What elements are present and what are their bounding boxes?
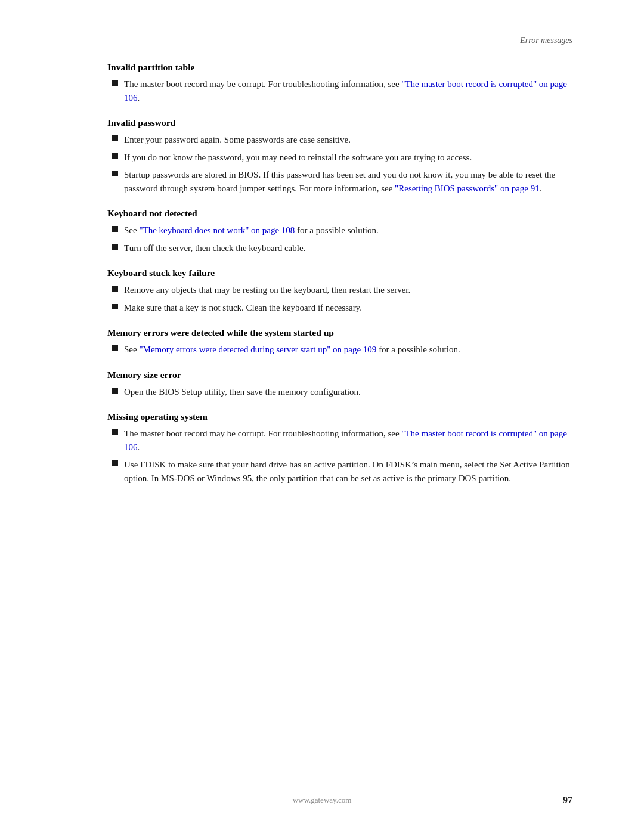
inline-link[interactable]: "The keyboard does not work" on page 108 [139,225,295,235]
bullet-list-keyboard-stuck-key-failure: Remove any objects that may be resting o… [107,283,572,314]
section-title-invalid-partition-table: Invalid partition table [107,62,572,73]
list-item: The master boot record may be corrupt. F… [107,427,572,454]
page: Error messages Invalid partition tableTh… [0,0,644,833]
footer-url: www.gateway.com [293,795,352,805]
bullet-square-icon [112,429,118,435]
inline-link[interactable]: "The master boot record is corrupted" on… [124,79,567,103]
bullet-text: Use FDISK to make sure that your hard dr… [124,458,572,485]
section-title-keyboard-stuck-key-failure: Keyboard stuck key failure [107,268,572,278]
bullet-text: Startup passwords are stored in BIOS. If… [124,168,572,195]
bullet-square-icon [112,135,118,141]
list-item: Remove any objects that may be resting o… [107,283,572,297]
section-missing-operating-system: Missing operating systemThe master boot … [107,411,572,485]
list-item: Open the BIOS Setup utility, then save t… [107,385,572,399]
section-keyboard-not-detected: Keyboard not detectedSee "The keyboard d… [107,208,572,255]
bullet-list-memory-size-error: Open the BIOS Setup utility, then save t… [107,385,572,399]
list-item: Make sure that a key is not stuck. Clean… [107,301,572,315]
section-memory-errors-detected: Memory errors were detected while the sy… [107,327,572,357]
bullet-text: Open the BIOS Setup utility, then save t… [124,385,572,399]
bullet-square-icon [112,226,118,232]
section-memory-size-error: Memory size errorOpen the BIOS Setup uti… [107,370,572,399]
list-item: Use FDISK to make sure that your hard dr… [107,458,572,485]
bullet-square-icon [112,388,118,394]
bullet-text: See "Memory errors were detected during … [124,343,572,357]
section-title-invalid-password: Invalid password [107,117,572,128]
section-title-keyboard-not-detected: Keyboard not detected [107,208,572,219]
footer-page-number: 97 [563,795,572,806]
bullet-square-icon [112,345,118,351]
section-keyboard-stuck-key-failure: Keyboard stuck key failureRemove any obj… [107,268,572,314]
bullet-square-icon [112,80,118,86]
bullet-list-memory-errors-detected: See "Memory errors were detected during … [107,343,572,357]
bullet-square-icon [112,460,118,466]
bullet-text: See "The keyboard does not work" on page… [124,224,572,237]
bullet-text: The master boot record may be corrupt. F… [124,427,572,454]
bullet-text: Turn off the server, then check the keyb… [124,241,572,255]
bullet-square-icon [112,153,118,159]
list-item: Enter your password again. Some password… [107,133,572,147]
bullet-text: The master boot record may be corrupt. F… [124,78,572,104]
section-title-memory-errors-detected: Memory errors were detected while the sy… [107,327,572,338]
list-item: See "The keyboard does not work" on page… [107,224,572,237]
inline-link[interactable]: "The master boot record is corrupted" on… [124,429,567,452]
bullet-text: Enter your password again. Some password… [124,133,572,147]
section-invalid-partition-table: Invalid partition tableThe master boot r… [107,62,572,104]
list-item: See "Memory errors were detected during … [107,343,572,357]
content-sections: Invalid partition tableThe master boot r… [107,62,572,485]
header-section-label: Error messages [520,36,572,45]
section-title-memory-size-error: Memory size error [107,370,572,380]
bullet-text: Make sure that a key is not stuck. Clean… [124,301,572,315]
bullet-text: If you do not know the password, you may… [124,151,572,165]
page-header: Error messages [107,36,572,45]
bullet-square-icon [112,244,118,250]
list-item: Turn off the server, then check the keyb… [107,241,572,255]
bullet-square-icon [112,304,118,309]
bullet-list-keyboard-not-detected: See "The keyboard does not work" on page… [107,224,572,255]
inline-link[interactable]: "Resetting BIOS passwords" on page 91 [395,184,540,193]
bullet-list-invalid-partition-table: The master boot record may be corrupt. F… [107,78,572,104]
bullet-list-missing-operating-system: The master boot record may be corrupt. F… [107,427,572,485]
bullet-square-icon [112,286,118,292]
bullet-list-invalid-password: Enter your password again. Some password… [107,133,572,195]
section-invalid-password: Invalid passwordEnter your password agai… [107,117,572,195]
list-item: If you do not know the password, you may… [107,151,572,165]
inline-link[interactable]: "Memory errors were detected during serv… [139,345,376,354]
list-item: The master boot record may be corrupt. F… [107,78,572,104]
bullet-square-icon [112,171,118,176]
list-item: Startup passwords are stored in BIOS. If… [107,168,572,195]
bullet-text: Remove any objects that may be resting o… [124,283,572,297]
section-title-missing-operating-system: Missing operating system [107,411,572,422]
